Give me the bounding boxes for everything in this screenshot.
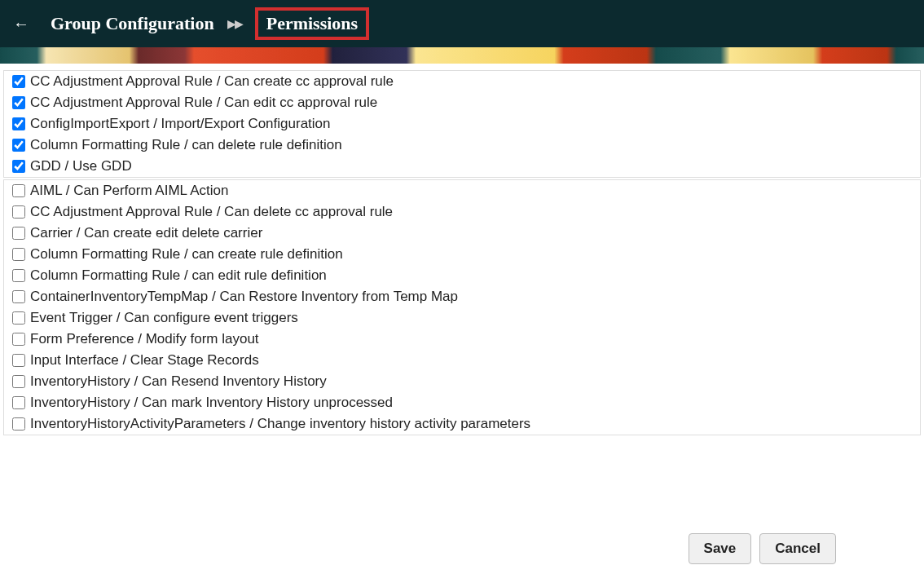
permission-label: CC Adjustment Approval Rule / Can edit c…	[30, 95, 377, 111]
permission-row: ContainerInventoryTempMap / Can Restore …	[4, 286, 920, 307]
permission-row: InventoryHistory / Can Resend Inventory …	[4, 371, 920, 392]
save-button[interactable]: Save	[689, 533, 752, 564]
permission-row: Carrier / Can create edit delete carrier	[4, 223, 920, 244]
permission-label: Column Formatting Rule / can edit rule d…	[30, 267, 327, 284]
permission-row: Column Formatting Rule / can delete rule…	[4, 135, 920, 156]
permission-checkbox[interactable]	[12, 117, 25, 130]
page-header: ← Group Configuration ▶▶ Permissions	[0, 0, 924, 47]
breadcrumb-separator-icon: ▶▶	[227, 17, 242, 31]
permission-label: CC Adjustment Approval Rule / Can delete…	[30, 204, 393, 220]
permission-label: Input Interface / Clear Stage Records	[30, 352, 259, 369]
permission-label: Carrier / Can create edit delete carrier	[30, 225, 262, 241]
permissions-checked-section: CC Adjustment Approval Rule / Can create…	[3, 70, 921, 178]
breadcrumb-current: Permissions	[266, 13, 358, 33]
permission-row: CC Adjustment Approval Rule / Can create…	[4, 71, 920, 92]
permission-row: Event Trigger / Can configure event trig…	[4, 307, 920, 329]
permission-label: InventoryHistory / Can Resend Inventory …	[30, 373, 327, 390]
permission-checkbox[interactable]	[12, 160, 25, 173]
permission-label: GDD / Use GDD	[30, 158, 132, 174]
permission-row: CC Adjustment Approval Rule / Can edit c…	[4, 92, 920, 113]
permission-row: ConfigImportExport / Import/Export Confi…	[4, 113, 920, 135]
permissions-content: CC Adjustment Approval Rule / Can create…	[0, 64, 924, 435]
permission-row: GDD / Use GDD	[4, 156, 920, 177]
permission-row: Form Preference / Modify form layout	[4, 329, 920, 350]
breadcrumb-parent[interactable]: Group Configuration	[51, 13, 214, 34]
permission-row: CC Adjustment Approval Rule / Can delete…	[4, 201, 920, 223]
permission-checkbox[interactable]	[12, 269, 25, 282]
permission-checkbox[interactable]	[12, 290, 25, 303]
permission-row: InventoryHistoryActivityParameters / Cha…	[4, 413, 920, 435]
permission-checkbox[interactable]	[12, 333, 25, 346]
permission-row: Input Interface / Clear Stage Records	[4, 350, 920, 371]
permission-checkbox[interactable]	[12, 205, 25, 219]
permission-checkbox[interactable]	[12, 417, 25, 430]
permission-label: Column Formatting Rule / can delete rule…	[30, 137, 342, 153]
permission-label: Event Trigger / Can configure event trig…	[30, 310, 298, 326]
permission-row: InventoryHistory / Can mark Inventory Hi…	[4, 392, 920, 413]
permission-checkbox[interactable]	[12, 184, 25, 197]
permission-label: ConfigImportExport / Import/Export Confi…	[30, 116, 331, 132]
permissions-unchecked-section: AIML / Can Perform AIML ActionCC Adjustm…	[3, 179, 921, 435]
permission-checkbox[interactable]	[12, 354, 25, 367]
permission-checkbox[interactable]	[12, 375, 25, 388]
permission-checkbox[interactable]	[12, 248, 25, 261]
cancel-button[interactable]: Cancel	[759, 533, 836, 564]
permission-label: Form Preference / Modify form layout	[30, 331, 259, 347]
permission-checkbox[interactable]	[12, 227, 25, 240]
footer-actions: Save Cancel	[689, 533, 836, 564]
breadcrumb-current-highlight: Permissions	[255, 7, 369, 40]
permission-label: CC Adjustment Approval Rule / Can create…	[30, 73, 394, 90]
permission-checkbox[interactable]	[12, 311, 25, 325]
permission-checkbox[interactable]	[12, 75, 25, 88]
decorative-banner	[0, 47, 924, 64]
permission-checkbox[interactable]	[12, 96, 25, 109]
permission-row: AIML / Can Perform AIML Action	[4, 180, 920, 201]
permission-checkbox[interactable]	[12, 139, 25, 152]
permission-label: InventoryHistoryActivityParameters / Cha…	[30, 416, 530, 432]
permission-checkbox[interactable]	[12, 396, 25, 409]
permission-label: Column Formatting Rule / can create rule…	[30, 246, 343, 263]
permission-label: AIML / Can Perform AIML Action	[30, 183, 228, 199]
permission-row: Column Formatting Rule / can edit rule d…	[4, 265, 920, 286]
permission-row: Column Formatting Rule / can create rule…	[4, 244, 920, 265]
back-arrow-icon[interactable]: ←	[13, 15, 29, 33]
permission-label: ContainerInventoryTempMap / Can Restore …	[30, 289, 458, 305]
permission-label: InventoryHistory / Can mark Inventory Hi…	[30, 395, 393, 411]
